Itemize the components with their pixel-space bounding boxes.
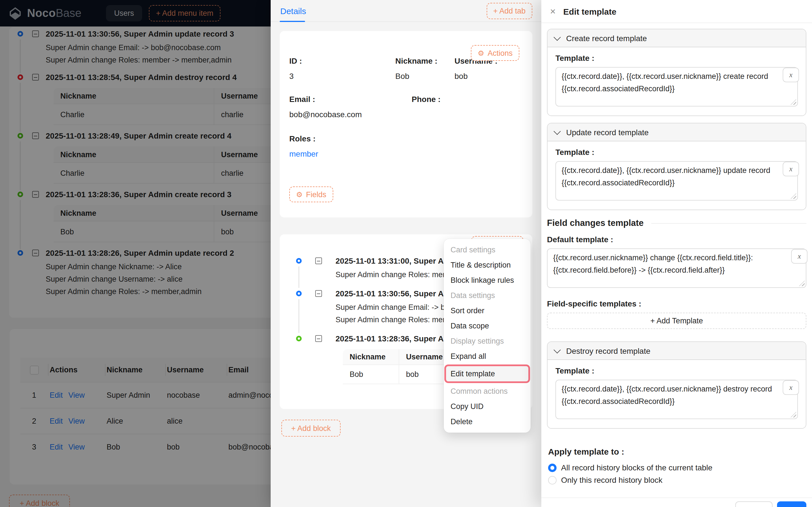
menu-group-display-settings: Display settings	[444, 334, 530, 349]
menu-item-block-linkage-rules[interactable]: Block linkage rules	[444, 273, 530, 288]
menu-group-card-settings: Card settings	[444, 242, 530, 258]
field-label-phone: Phone :	[412, 95, 441, 104]
collapse-header[interactable]: Update record template	[548, 123, 806, 142]
cancel-button[interactable]: Cancel	[735, 501, 772, 507]
field-label-nickname: Nickname :	[395, 56, 455, 65]
update-dot-icon	[296, 258, 302, 264]
create-dot-icon	[296, 336, 302, 341]
field-value-nickname: Bob	[395, 71, 455, 82]
field-value-phone	[412, 110, 441, 120]
field-value-username: bob	[455, 71, 498, 82]
variable-select-button[interactable]: x	[783, 68, 799, 82]
collapse-toggle-icon[interactable]	[315, 258, 322, 264]
drawer-body: Create record template Template : {{ctx.…	[541, 23, 812, 486]
template-label: Template :	[555, 366, 798, 375]
drawer-footer: Cancel Save	[541, 497, 812, 507]
block-settings-context-menu: Card settings Title & description Block …	[444, 239, 530, 433]
radio-unselected-icon[interactable]	[548, 476, 557, 484]
menu-item-expand-all[interactable]: Expand all	[444, 349, 530, 364]
template-label: Template :	[555, 148, 798, 157]
details-block: Actions ID : 3 Nickname : Bob Username :…	[280, 31, 532, 217]
add-tab-button[interactable]: + Add tab	[486, 3, 532, 19]
cell-nickname: Bob	[343, 365, 399, 384]
background-page: NocoBase Users + Add menu item 2025-11-0…	[0, 0, 271, 507]
menu-group-common-actions: Common actions	[444, 384, 530, 399]
panel-title: Create record template	[566, 34, 647, 43]
field-label-email: Email :	[289, 95, 412, 104]
drawer-header: ✕ Edit template	[541, 0, 812, 23]
collapse-toggle-icon[interactable]	[315, 290, 322, 297]
field-specific-templates-label: Field-specific templates :	[547, 299, 806, 308]
app-root: NocoBase Users + Add menu item 2025-11-0…	[0, 0, 812, 507]
destroy-template-textarea[interactable]: {{ctx.record.date}}, {{ctx.record.user.n…	[555, 380, 798, 419]
actions-settings-button[interactable]: Actions	[471, 45, 519, 61]
add-block-button[interactable]: + Add block	[282, 420, 341, 437]
menu-item-data-scope[interactable]: Data scope	[444, 318, 530, 334]
radio-selected-icon[interactable]	[548, 463, 557, 472]
menu-item-delete[interactable]: Delete	[444, 414, 530, 429]
radio-option-all-blocks[interactable]: All record history blocks of the current…	[547, 461, 806, 474]
chevron-down-icon	[553, 346, 560, 353]
collapse-toggle-icon[interactable]	[315, 335, 322, 342]
fields-settings-button[interactable]: Fields	[289, 186, 333, 202]
chevron-down-icon	[553, 128, 560, 135]
variable-select-button[interactable]: x	[791, 249, 808, 264]
divider-line	[652, 223, 806, 223]
template-label: Template :	[555, 54, 798, 62]
create-template-textarea[interactable]: {{ctx.record.date}}, {{ctx.record.user.n…	[555, 67, 798, 107]
radio-label: Only this record history block	[561, 475, 662, 485]
update-dot-icon	[296, 291, 302, 296]
menu-item-copy-uid[interactable]: Copy UID	[444, 399, 530, 414]
radio-option-only-this-block[interactable]: Only this record history block	[547, 474, 806, 486]
column-header: Nickname	[343, 349, 399, 365]
radio-label: All record history blocks of the current…	[561, 463, 712, 472]
variable-select-button[interactable]: x	[783, 162, 799, 176]
tab-details[interactable]: Details	[280, 0, 306, 21]
field-value-id: 3	[289, 71, 395, 82]
save-button[interactable]: Save	[777, 501, 806, 507]
panel-title: Update record template	[566, 128, 649, 136]
modal-dim-overlay	[0, 0, 271, 507]
menu-group-data-settings: Data settings	[444, 288, 530, 303]
role-link[interactable]: member	[289, 149, 318, 158]
panel-title: Destroy record template	[566, 346, 651, 355]
update-template-textarea[interactable]: {{ctx.record.date}}, {{ctx.record.user.n…	[555, 161, 798, 201]
create-record-template-panel: Create record template Template : {{ctx.…	[547, 29, 806, 116]
collapse-header[interactable]: Destroy record template	[548, 342, 806, 360]
active-tab-underline	[280, 20, 305, 22]
menu-item-edit-template[interactable]: Edit template	[446, 366, 528, 381]
collapse-header[interactable]: Create record template	[548, 29, 806, 47]
default-template-label: Default template :	[547, 235, 806, 244]
apply-template-to-label: Apply template to :	[547, 447, 806, 456]
add-template-button[interactable]: + Add Template	[547, 313, 806, 329]
field-value-email: bob@nocobase.com	[289, 110, 412, 120]
chevron-down-icon	[553, 34, 560, 41]
field-label-roles: Roles :	[289, 134, 318, 143]
field-label-id: ID :	[289, 56, 395, 65]
popup-tabbar: Details + Add tab	[271, 0, 541, 22]
edit-template-drawer: ✕ Edit template Create record template T…	[541, 0, 812, 507]
default-template-textarea[interactable]: {{ctx.record.user.nickname}} change {{ct…	[547, 248, 806, 288]
variable-select-button[interactable]: x	[783, 380, 799, 395]
update-record-template-panel: Update record template Template : {{ctx.…	[547, 123, 806, 210]
close-icon[interactable]: ✕	[550, 8, 556, 15]
menu-item-sort-order[interactable]: Sort order	[444, 303, 530, 318]
destroy-record-template-panel: Destroy record template Template : {{ctx…	[547, 341, 806, 429]
menu-item-title-description[interactable]: Title & description	[444, 258, 530, 273]
field-changes-section-heading: Field changes template	[547, 218, 806, 228]
drawer-title: Edit template	[563, 6, 616, 16]
